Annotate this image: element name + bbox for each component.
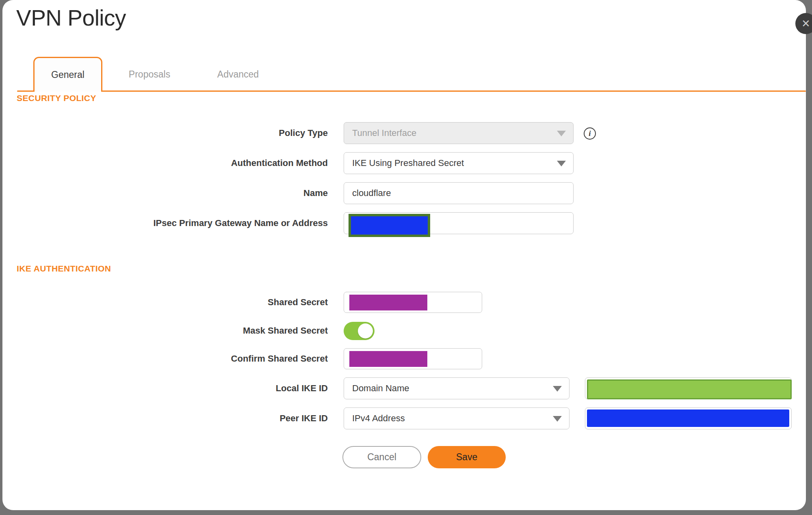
authentication-method-label: Authentication Method (84, 152, 328, 174)
info-icon[interactable]: i (584, 127, 596, 140)
local-ike-id-label: Local IKE ID (84, 377, 328, 399)
ipsec-gateway-label: IPsec Primary Gateway Name or Address (84, 212, 328, 234)
redaction-box (587, 409, 789, 427)
save-button[interactable]: Save (428, 446, 506, 468)
save-button-label: Save (456, 452, 477, 463)
cancel-button-label: Cancel (367, 452, 396, 463)
name-input[interactable]: cloudflare (344, 182, 574, 204)
toggle-knob (358, 323, 373, 338)
authentication-method-select[interactable]: IKE Using Preshared Secret (344, 152, 574, 174)
tab-advanced-label: Advanced (217, 69, 259, 80)
name-label: Name (84, 182, 328, 204)
ipsec-gateway-input[interactable] (344, 212, 574, 234)
page-title: VPN Policy (16, 5, 126, 31)
close-icon: ✕ (801, 17, 810, 30)
peer-ike-id-label: Peer IKE ID (84, 407, 328, 429)
mask-shared-secret-toggle[interactable] (344, 322, 375, 340)
tab-general[interactable]: General (33, 57, 102, 92)
tab-proposals-label: Proposals (129, 69, 170, 80)
info-icon-glyph: i (589, 129, 591, 138)
redaction-box (349, 351, 427, 367)
local-ike-id-type: Domain Name (352, 383, 409, 394)
redaction-box (349, 214, 430, 237)
chevron-down-icon (553, 386, 562, 392)
redaction-box (587, 379, 792, 399)
peer-ike-id-value-input[interactable] (585, 407, 792, 429)
tab-general-label: General (51, 69, 84, 80)
policy-type-value: Tunnel Interface (352, 128, 416, 138)
chevron-down-icon (557, 131, 566, 136)
tab-advanced[interactable]: Advanced (206, 57, 271, 92)
policy-type-label: Policy Type (84, 122, 328, 144)
section-security-policy: SECURITY POLICY (17, 93, 96, 103)
section-ike-authentication: IKE AUTHENTICATION (17, 264, 111, 274)
authentication-method-value: IKE Using Preshared Secret (352, 158, 464, 168)
name-value: cloudflare (352, 188, 391, 198)
policy-type-select: Tunnel Interface (344, 122, 574, 144)
shared-secret-input[interactable] (344, 292, 482, 313)
peer-ike-id-type: IPv4 Address (352, 413, 405, 424)
local-ike-id-value-input[interactable] (585, 377, 792, 399)
chevron-down-icon (553, 416, 562, 422)
mask-shared-secret-label: Mask Shared Secret (84, 320, 328, 341)
redaction-box (349, 295, 427, 310)
confirm-shared-secret-input[interactable] (344, 348, 482, 369)
cancel-button[interactable]: Cancel (342, 446, 421, 468)
shared-secret-label: Shared Secret (84, 292, 328, 313)
tab-proposals[interactable]: Proposals (117, 57, 182, 92)
confirm-shared-secret-label: Confirm Shared Secret (84, 348, 328, 369)
local-ike-id-select[interactable]: Domain Name (344, 377, 569, 399)
peer-ike-id-select[interactable]: IPv4 Address (344, 407, 569, 429)
chevron-down-icon (557, 161, 566, 166)
